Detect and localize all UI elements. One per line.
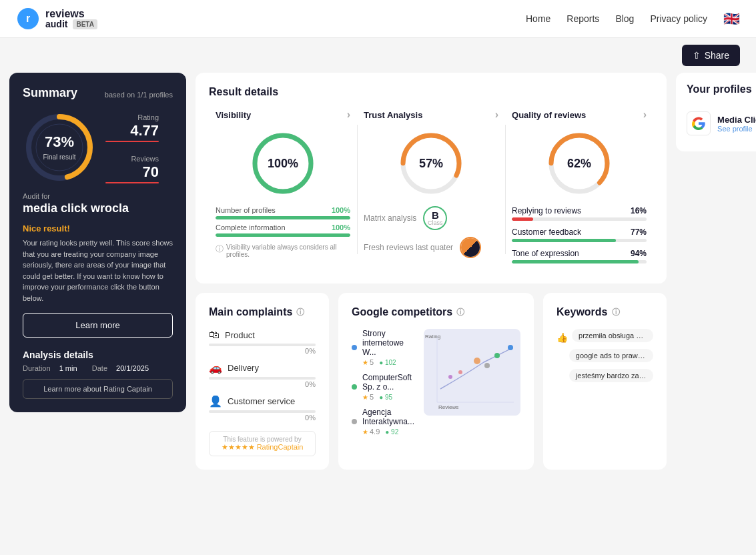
svg-point-16: [474, 358, 480, 364]
comp-reviews-1: ● 102: [379, 359, 396, 366]
keyword-item-3: jesteśmy bardzo zado...: [556, 369, 653, 386]
nice-result-label: Nice result!: [23, 223, 173, 233]
nav-privacy[interactable]: Privacy policy: [650, 13, 707, 24]
complete-info-fill: [216, 233, 350, 237]
competitors-list: Strony internetowe W... ★ 5 ● 102: [352, 329, 414, 442]
date-label: Date: [92, 364, 107, 372]
nav-home[interactable]: Home: [526, 13, 550, 24]
customer-service-pct: 0%: [209, 414, 316, 422]
analysis-meta: Duration 1 min Date 20/1/2025: [23, 364, 173, 372]
quality-title: Quality of reviews ›: [512, 109, 647, 121]
info-icon: ⓘ: [216, 243, 224, 255]
quality-arrow[interactable]: ›: [643, 109, 647, 121]
donut-text: 73% Final result: [43, 133, 76, 161]
product-pct: 0%: [209, 347, 316, 355]
quality-details: Replying to reviews 16% Customer feedbac…: [512, 206, 647, 263]
svg-point-14: [494, 353, 500, 358]
delivery-pct: 0%: [209, 380, 316, 388]
summary-description: Your rating looks pretty well. This scor…: [23, 237, 173, 304]
keyword-text-3: jesteśmy bardzo zado...: [569, 369, 653, 382]
share-icon: ⇧: [693, 50, 701, 61]
replying-bar: [512, 217, 647, 221]
competitors-content: Strony internetowe W... ★ 5 ● 102: [352, 329, 520, 442]
visibility-note: ⓘ Visibility variable always considers a…: [216, 243, 350, 258]
nav-reports[interactable]: Reports: [566, 13, 599, 24]
comp-dot-3: [352, 419, 357, 424]
comp-name-3: Agencja Interaktywna...: [362, 408, 414, 426]
final-score-chart: 73% Final result: [23, 111, 96, 184]
rating-line: [105, 141, 159, 142]
visibility-arrow[interactable]: ›: [347, 109, 350, 121]
comp-reviews-3: ● 92: [385, 428, 398, 436]
final-label: Final result: [43, 153, 76, 161]
topbar: ⇧ Share: [0, 38, 756, 73]
visibility-chart: 100%: [250, 130, 316, 197]
rating-reviews: Rating 4.77 Reviews 70: [105, 111, 159, 183]
based-on: based on 1/1 profiles: [105, 91, 173, 99]
quality-chart: 62%: [546, 130, 613, 197]
scatter-chart: Reviews Rating: [424, 329, 520, 416]
tone-bar: [512, 260, 647, 263]
middle-right: Result details Visibility › 100%: [196, 73, 667, 470]
logo-reviews: reviews: [45, 8, 85, 20]
navbar: r reviews audit BETA Home Reports Blog P…: [0, 0, 756, 38]
customer-service-label: Customer service: [228, 396, 295, 406]
svg-point-17: [458, 370, 462, 374]
rating-label: Rating: [137, 113, 159, 121]
comp-rating-3: ★ 4.9: [362, 428, 380, 436]
powered-by: This feature is powered by ★★★★★ RatingC…: [209, 431, 316, 456]
num-profiles-bar: [216, 216, 350, 219]
flag-icon[interactable]: 🇬🇧: [723, 11, 740, 27]
complaint-delivery: 🚗 Delivery 0%: [209, 362, 316, 388]
date-value: 20/1/2025: [116, 364, 149, 372]
reviews-value: 70: [105, 163, 159, 181]
profile-item-1: Media Click See profile: [687, 106, 756, 141]
customer-service-icon: 👤: [209, 395, 222, 408]
customer-service-bar: [209, 410, 316, 413]
analysis-details: Analysis details Duration 1 min Date 20/…: [23, 350, 173, 399]
keyword-text-2: google ads to prawdzi...: [569, 349, 653, 362]
quality-percent: 62%: [567, 157, 591, 171]
comp-rating-2: ★ 5: [362, 393, 374, 401]
competitor-2: ComputerSoft Sp. z o... ★ 5 ● 95: [352, 373, 414, 401]
duration-value: 1 min: [59, 364, 77, 372]
trust-arrow[interactable]: ›: [495, 109, 498, 121]
keywords-list: 👍 przemiła obsługa w... google ads to pr…: [556, 329, 653, 386]
see-profile-link-1[interactable]: See profile: [717, 125, 756, 133]
feedback-item: Customer feedback 77%: [512, 227, 647, 242]
scatter-chart-wrap: Reviews Rating: [424, 329, 520, 416]
num-profiles-row: Number of profiles 100%: [216, 206, 350, 214]
share-button[interactable]: ⇧ Share: [682, 45, 740, 66]
tone-fill: [512, 260, 639, 263]
trust-block: Trust Analysis › 57% Matrix analysis: [357, 109, 505, 270]
delivery-icon: 🚗: [209, 362, 222, 374]
learn-rating-captain-button[interactable]: Learn more about Rating Captain: [23, 379, 173, 399]
logo-text: reviews audit BETA: [45, 8, 97, 30]
keyword-text-1: przemiła obsługa w...: [572, 329, 653, 342]
final-percent: 73%: [43, 133, 76, 151]
visibility-title: Visibility ›: [216, 109, 350, 121]
nav-blog[interactable]: Blog: [615, 13, 634, 24]
svg-text:r: r: [26, 13, 30, 24]
learn-more-button[interactable]: Learn more: [23, 313, 173, 338]
company-name: media click wrocla: [23, 201, 173, 215]
analysis-title: Analysis details: [23, 350, 173, 360]
share-label: Share: [705, 50, 729, 61]
comp-dot-1: [352, 345, 357, 350]
rating-block: Rating 4.77: [105, 111, 159, 142]
comp-dot-2: [352, 384, 357, 390]
competitor-1: Strony internetowe W... ★ 5 ● 102: [352, 329, 414, 366]
keywords-title: Keywords ⓘ: [556, 306, 653, 318]
comp-name-2: ComputerSoft Sp. z o...: [362, 373, 414, 392]
reviews-label: Reviews: [131, 155, 159, 163]
summary-title: Summary: [23, 86, 77, 100]
svg-point-18: [448, 375, 452, 379]
profiles-card: Your profiles Media Click See profile: [676, 73, 756, 151]
product-bar: [209, 344, 316, 346]
product-label: Product: [225, 330, 255, 340]
keyword-item-2: google ads to prawdzi...: [556, 349, 653, 366]
svg-text:Rating: Rating: [425, 334, 440, 340]
rating-value: 4.77: [105, 122, 159, 139]
trust-chart: 57%: [398, 130, 464, 197]
main-content: Summary based on 1/1 profiles 73% Final …: [0, 73, 756, 479]
